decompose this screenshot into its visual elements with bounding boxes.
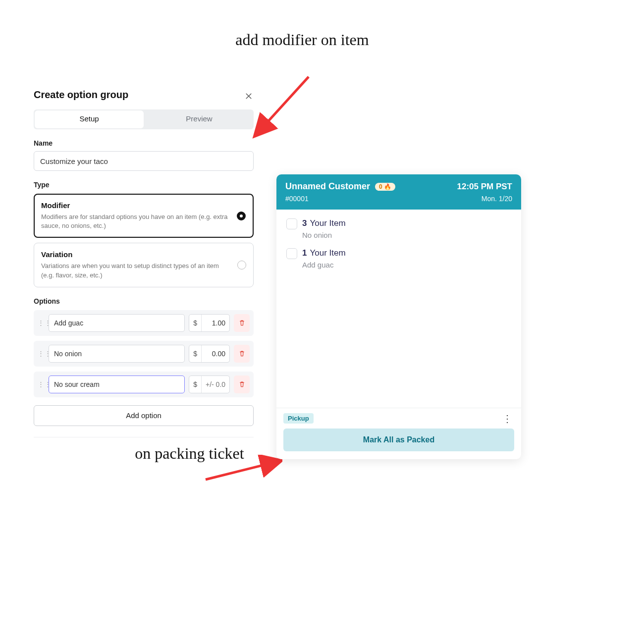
type-label: Type: [34, 181, 254, 189]
option-name-input[interactable]: [49, 345, 185, 363]
item-name: Your Item: [310, 248, 345, 258]
divider: [34, 437, 254, 437]
order-time: 12:05 PM PST: [457, 182, 513, 192]
options-label: Options: [34, 297, 254, 305]
currency-label: $: [189, 376, 202, 393]
svg-line-1: [206, 462, 275, 480]
order-date: Mon. 1/20: [482, 195, 512, 203]
arrow-bottom: [203, 455, 282, 484]
currency-label: $: [189, 345, 202, 362]
item-checkbox[interactable]: [286, 218, 297, 229]
item-name: Your Item: [310, 218, 345, 228]
badge-count: 0: [379, 183, 382, 190]
line-item: 1Your Item Add guac: [286, 248, 511, 269]
price-input[interactable]: $: [189, 376, 230, 393]
customer-name: Unnamed Customer: [285, 181, 370, 192]
name-label: Name: [34, 139, 254, 147]
option-row: ⋮⋮ $: [34, 372, 254, 397]
type-title: Modifier: [41, 201, 228, 210]
currency-label: $: [189, 315, 202, 331]
price-value[interactable]: [202, 315, 229, 331]
svg-line-0: [259, 77, 309, 131]
radio-selected-icon: [237, 212, 246, 220]
option-row: ⋮⋮ $: [34, 310, 254, 336]
annotation-top: add modifier on item: [218, 30, 386, 50]
drag-handle-icon[interactable]: ⋮⋮: [38, 350, 45, 357]
tab-setup[interactable]: Setup: [35, 110, 144, 128]
order-number: #00001: [285, 195, 309, 203]
close-icon[interactable]: [245, 92, 255, 102]
priority-badge: 0 🔥: [375, 183, 395, 191]
drag-handle-icon[interactable]: ⋮⋮: [38, 319, 45, 326]
tab-preview[interactable]: Preview: [145, 109, 254, 129]
item-qty: 3: [302, 218, 307, 228]
type-desc: Variations are when you want to setup di…: [41, 262, 228, 279]
flame-icon: 🔥: [384, 183, 391, 190]
delete-option-button[interactable]: [234, 314, 250, 332]
item-qty: 1: [302, 248, 307, 258]
packing-ticket: Unnamed Customer 0 🔥 12:05 PM PST #00001…: [276, 174, 521, 459]
more-menu-icon[interactable]: ⋮: [500, 414, 514, 424]
fulfillment-tag: Pickup: [283, 413, 314, 424]
option-row: ⋮⋮ $: [34, 341, 254, 367]
tabs: Setup Preview: [34, 109, 254, 129]
option-name-input[interactable]: [49, 314, 185, 332]
ticket-footer: Pickup ⋮ Mark All as Packed: [276, 408, 521, 459]
price-value[interactable]: [202, 345, 229, 362]
panel-title: Create option group: [34, 89, 254, 101]
price-input[interactable]: $: [189, 314, 230, 332]
ticket-header: Unnamed Customer 0 🔥 12:05 PM PST #00001…: [276, 174, 521, 210]
arrow-top: [252, 74, 321, 139]
type-desc: Modifiers are for standard options you h…: [41, 213, 228, 230]
price-input[interactable]: $: [189, 345, 230, 363]
type-card-modifier[interactable]: Modifier Modifiers are for standard opti…: [34, 194, 254, 238]
option-name-input[interactable]: [49, 376, 185, 393]
line-item: 3Your Item No onion: [286, 218, 511, 239]
radio-unselected-icon: [237, 261, 246, 269]
delete-option-button[interactable]: [234, 376, 250, 393]
ticket-body: 3Your Item No onion 1Your Item Add guac: [276, 210, 521, 408]
price-value[interactable]: [202, 376, 229, 393]
create-option-group-panel: Create option group Setup Preview Name T…: [34, 89, 254, 437]
item-checkbox[interactable]: [286, 248, 297, 259]
type-card-variation[interactable]: Variation Variations are when you want t…: [34, 243, 254, 287]
add-option-button[interactable]: Add option: [34, 405, 254, 426]
item-modifier: No onion: [302, 231, 346, 239]
delete-option-button[interactable]: [234, 345, 250, 363]
item-modifier: Add guac: [302, 261, 346, 269]
type-title: Variation: [41, 250, 228, 259]
mark-packed-button[interactable]: Mark All as Packed: [283, 429, 514, 451]
name-input[interactable]: [34, 151, 254, 171]
drag-handle-icon[interactable]: ⋮⋮: [38, 380, 45, 388]
